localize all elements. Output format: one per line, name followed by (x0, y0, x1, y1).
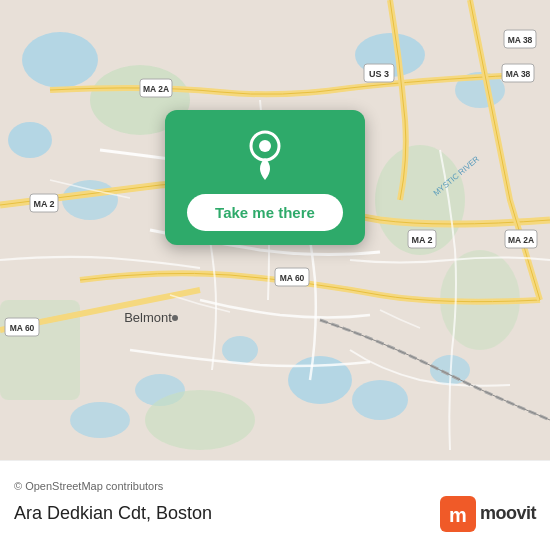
svg-text:MA 60: MA 60 (280, 273, 305, 283)
location-pin-icon (239, 128, 291, 180)
svg-text:MA 38: MA 38 (508, 35, 533, 45)
map-attribution: © OpenStreetMap contributors (14, 480, 536, 492)
svg-text:Belmont: Belmont (124, 310, 172, 325)
location-city: Boston (156, 503, 212, 523)
location-card: Take me there (165, 110, 365, 245)
svg-point-11 (70, 402, 130, 438)
svg-text:MA 2A: MA 2A (143, 84, 169, 94)
svg-point-1 (22, 32, 98, 88)
svg-point-3 (62, 180, 118, 220)
map-container: MA 2 MA 2A MA 38 US 3 MA 60 MA 60 MA 2 M… (0, 0, 550, 460)
moovit-brand-icon: m (440, 496, 476, 532)
svg-point-2 (8, 122, 52, 158)
svg-text:US 3: US 3 (369, 69, 389, 79)
svg-point-7 (352, 380, 408, 420)
moovit-logo: m moovit (440, 496, 536, 532)
svg-point-9 (222, 336, 258, 364)
svg-text:MA 60: MA 60 (10, 323, 35, 333)
svg-text:MA 2A: MA 2A (508, 235, 534, 245)
svg-point-36 (172, 315, 178, 321)
svg-text:m: m (449, 504, 467, 526)
svg-text:MA 2: MA 2 (33, 199, 54, 209)
svg-point-14 (145, 390, 255, 450)
svg-text:MA 38: MA 38 (506, 69, 531, 79)
svg-text:MA 2: MA 2 (411, 235, 432, 245)
location-name: Ara Dedkian Cdt (14, 503, 146, 523)
svg-point-39 (259, 140, 271, 152)
bottom-bar: © OpenStreetMap contributors Ara Dedkian… (0, 460, 550, 550)
take-me-there-button[interactable]: Take me there (187, 194, 343, 231)
location-title: Ara Dedkian Cdt, Boston (14, 503, 212, 524)
moovit-brand-text: moovit (480, 503, 536, 524)
bottom-content: Ara Dedkian Cdt, Boston m moovit (14, 496, 536, 532)
